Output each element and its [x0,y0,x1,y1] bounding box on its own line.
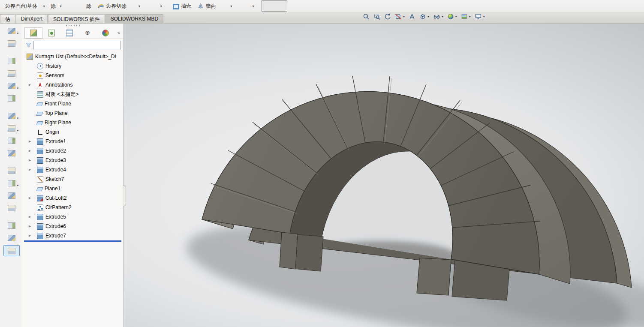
expand-arrow-icon[interactable]: ▶ [29,159,31,162]
left-toolbar-button-7[interactable]: ▼ [4,111,19,121]
left-toolbar-button-13[interactable] [4,190,19,201]
filter-input[interactable] [33,41,121,49]
tree-item-label: Plane1 [45,186,60,192]
expand-arrow-icon[interactable]: ▶ [29,234,31,237]
expand-arrow-icon[interactable]: ▶ [29,149,31,153]
tree-item-history[interactable]: History [23,61,123,71]
tree-item-sketch7[interactable]: Sketch7 [23,174,123,184]
tree-item-extrude7[interactable]: ▶ Extrude7 [23,231,123,240]
tab-solidworks-mbd[interactable]: SOLIDWORKS MBD [105,14,163,23]
left-toolbar-button-8[interactable]: ▼ [4,123,19,133]
chevron-down-icon[interactable]: ▼ [441,15,444,18]
zoom-fit-button[interactable] [362,13,370,20]
tree-item-material[interactable]: 材质 <未指定> [23,90,123,99]
left-toolbar-button-17[interactable] [3,245,20,256]
chevron-down-icon[interactable]: ▼ [403,15,405,18]
left-toolbar-button-12[interactable]: ▼ [4,178,19,188]
chevron-down-icon[interactable]: ▼ [228,5,235,8]
chevron-down-icon[interactable]: ▼ [250,5,256,8]
3d-drawing-view-button[interactable]: ▼ [419,13,430,20]
left-toolbar-button-11[interactable] [4,165,19,176]
tab-displaymanager[interactable] [96,27,114,39]
left-toolbar-button-9[interactable] [4,135,19,146]
tool-icon [8,180,15,186]
boundary-boss-base-button[interactable]: 边界凸台/基体 [3,2,40,11]
expand-arrow-icon[interactable]: ▶ [29,83,31,87]
plane-icon [36,187,43,191]
tree-item-extrude6[interactable]: ▶ Extrude6 [23,222,123,231]
expand-arrow-icon[interactable]: ▶ [29,225,31,228]
tab-evaluate[interactable]: 估 [0,14,15,23]
left-toolbar-button-6[interactable] [4,93,19,103]
left-toolbar-button-3[interactable] [4,56,19,66]
tree-item-extrude3[interactable]: ▶ Extrude3 [23,156,123,165]
tree-item-extrude5[interactable]: ▶ Extrude5 [23,212,123,222]
graphics-area[interactable] [124,24,644,327]
annotation-views-button[interactable] [408,13,416,20]
expand-arrow-icon[interactable]: ▶ [29,196,31,200]
left-toolbar-button-1[interactable]: ▼ [4,26,19,36]
chevron-down-icon[interactable]: ▼ [158,5,164,8]
chevron-down-icon[interactable]: ▼ [41,5,47,8]
tree-item-annotations[interactable]: ▶ Annotations [23,80,123,90]
tab-featuremanager-tree[interactable] [24,27,42,39]
tree-item-extrude2[interactable]: ▶ Extrude2 [23,146,123,156]
tree-item-plane1[interactable]: Plane1 [23,184,123,193]
tab-dimxpertmanager[interactable]: ⊕ [78,27,96,39]
left-toolbar-button-2[interactable] [4,38,19,48]
tree-item-sensors[interactable]: Sensors [23,71,123,80]
edit-appearance-button[interactable]: ▼ [447,13,457,20]
tab-configurationmanager[interactable] [60,27,78,39]
tree-item-right-plane[interactable]: Right Plane [23,118,123,127]
left-toolbar-button-4[interactable] [4,68,19,78]
chevron-down-icon[interactable]: ▼ [427,15,430,18]
chevron-down-icon[interactable]: ▼ [455,15,457,18]
tree-item-cirpattern2[interactable]: CirPattern2 [23,203,123,212]
chevron-down-icon[interactable]: ▼ [17,184,19,187]
panel-grip[interactable] [23,24,123,27]
cut-button[interactable]: 除 [84,2,94,11]
expand-arrow-icon[interactable]: ▶ [29,215,31,219]
tree-item-extrude1[interactable]: ▶ Extrude1 [23,137,123,146]
tree-item-extrude4[interactable]: ▶ Extrude4 [23,165,123,174]
left-toolbar-button-14[interactable] [4,203,19,213]
chevron-down-icon[interactable]: ▼ [136,5,142,8]
expand-arrow-icon[interactable]: ▶ [29,140,31,143]
propertymanager-icon [48,30,55,36]
chevron-down-icon[interactable]: ▼ [17,32,19,35]
tree-item-cut-loft2[interactable]: ▶ Cut-Loft2 [23,193,123,203]
loft-cut-button[interactable]: 除 ▼ [48,2,66,11]
hide-show-items-button[interactable]: ▼ [433,13,444,20]
empty-toolbar-button[interactable] [262,0,287,12]
rollback-bar[interactable] [24,240,121,242]
left-toolbar-button-10[interactable] [4,148,19,158]
shell-button[interactable]: 抽壳 [170,2,194,11]
zoom-area-button[interactable] [373,13,381,20]
left-toolbar-button-15[interactable] [4,220,19,231]
tab-propertymanager[interactable] [42,27,60,39]
previous-view-button[interactable] [384,13,391,20]
left-toolbar-button-16[interactable] [4,233,19,243]
chevron-down-icon[interactable]: ▼ [17,117,19,120]
expand-arrow-icon[interactable]: ▶ [29,168,31,171]
chevron-down-icon[interactable]: ▼ [17,129,19,132]
tool-icon [8,83,15,89]
tree-root-part[interactable]: Kurtagzı Ust (Default<<Default>_Di [23,52,123,61]
mirror-button[interactable]: 镜向 [195,2,219,11]
panel-expand-chevron[interactable]: > [115,30,122,36]
chevron-down-icon[interactable]: ▼ [17,87,19,90]
tree-item-front-plane[interactable]: Front Plane [23,99,123,108]
view-settings-button[interactable]: ▼ [474,13,485,20]
left-toolbar-button-5[interactable]: ▼ [4,81,19,91]
tree-item-top-plane[interactable]: Top Plane [23,108,123,118]
boundary-cut-button[interactable]: 边界切除 [95,2,129,11]
tree-item-origin[interactable]: Origin [23,127,123,137]
tab-solidworks-addins[interactable]: SOLIDWORKS 插件 [48,14,105,23]
tab-dimxpert[interactable]: DimXpert [16,14,48,23]
apply-scene-icon [460,13,468,20]
section-view-button[interactable]: ▼ [394,13,405,20]
chevron-down-icon[interactable]: ▼ [469,15,471,18]
chevron-down-icon[interactable]: ▼ [483,15,485,18]
chevron-down-icon[interactable]: ▼ [57,5,64,8]
apply-scene-button[interactable]: ▼ [460,13,471,20]
